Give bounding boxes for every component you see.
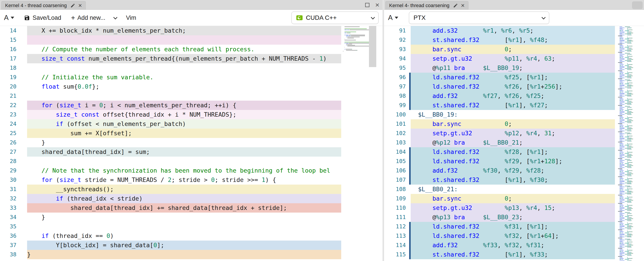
line-number[interactable]: 28 bbox=[0, 157, 16, 166]
assembly-editor[interactable]: 91 add.s32 %r1, %r6, %r5;92 st.shared.f3… bbox=[384, 26, 644, 261]
line-number[interactable]: 96 bbox=[384, 73, 406, 82]
line-number[interactable]: 91 bbox=[384, 26, 406, 35]
code-line[interactable]: 16 // Compute the number of elements eac… bbox=[0, 45, 382, 54]
line-number[interactable]: 112 bbox=[384, 222, 406, 231]
code-line[interactable]: 112 ld.shared.f32 %f31, [%r1]; bbox=[384, 222, 644, 231]
code-line[interactable]: 106 add.f32 %f30, %f29, %f28; bbox=[384, 166, 644, 175]
line-number[interactable]: 94 bbox=[384, 54, 406, 63]
code-line[interactable]: 36 if (thread_idx == 0) bbox=[0, 231, 382, 240]
line-number[interactable]: 27 bbox=[0, 147, 16, 157]
language-dropdown[interactable]: CUDA C++ bbox=[292, 12, 378, 24]
code-line[interactable]: 30 for (size_t stride = NUM_THREADS / 2;… bbox=[0, 175, 382, 185]
line-number[interactable]: 116 bbox=[384, 259, 406, 261]
line-number[interactable]: 109 bbox=[384, 194, 406, 203]
code-line[interactable]: 28 bbox=[0, 157, 382, 166]
window-control-box[interactable] bbox=[632, 1, 643, 9]
close-tab-icon[interactable]: × bbox=[461, 3, 465, 9]
line-number[interactable]: 16 bbox=[0, 45, 16, 54]
code-line[interactable]: 110 setp.gt.u32 %p13, %r4, 15; bbox=[384, 203, 644, 212]
code-line[interactable]: 116$L__BB0_23: bbox=[384, 259, 644, 261]
code-line[interactable]: 115 st.shared.f32 [%r1], %f33; bbox=[384, 250, 644, 259]
line-number[interactable]: 97 bbox=[384, 82, 406, 91]
close-tab-icon[interactable]: × bbox=[78, 3, 82, 9]
code-line[interactable]: 20 float sum{0.0f}; bbox=[0, 82, 382, 91]
code-line[interactable]: 26 } bbox=[0, 138, 382, 147]
code-line[interactable]: 31 __syncthreads(); bbox=[0, 185, 382, 194]
code-line[interactable]: 93 bar.sync 0; bbox=[384, 45, 644, 54]
line-number[interactable]: 32 bbox=[0, 194, 16, 203]
line-number[interactable]: 17 bbox=[0, 54, 16, 63]
code-line[interactable]: 37 Y[block_idx] = shared_data[0]; bbox=[0, 240, 382, 250]
line-number[interactable]: 30 bbox=[0, 175, 16, 185]
code-line[interactable]: 35 bbox=[0, 222, 382, 231]
code-line[interactable]: 101 bar.sync 0; bbox=[384, 119, 644, 129]
line-number[interactable]: 34 bbox=[0, 212, 16, 222]
code-line[interactable]: 27 shared_data[thread_idx] = sum; bbox=[0, 147, 382, 157]
line-number[interactable]: 107 bbox=[384, 175, 406, 185]
code-line[interactable]: 96 ld.shared.f32 %f25, [%r1]; bbox=[384, 73, 644, 82]
code-line[interactable]: 21 bbox=[0, 91, 382, 101]
source-tab[interactable]: Kernel 4 - thread coarsening × bbox=[1, 1, 86, 10]
font-size-button[interactable]: A bbox=[4, 14, 14, 22]
code-line[interactable]: 108$L__BB0_21: bbox=[384, 185, 644, 194]
line-number[interactable]: 101 bbox=[384, 119, 406, 129]
close-pane-icon[interactable]: × bbox=[375, 1, 380, 9]
line-number[interactable]: 15 bbox=[0, 35, 16, 45]
line-number[interactable]: 31 bbox=[0, 185, 16, 194]
line-number[interactable]: 99 bbox=[384, 101, 406, 110]
maximize-pane-icon[interactable] bbox=[365, 3, 370, 7]
line-number[interactable]: 20 bbox=[0, 82, 16, 91]
font-size-button[interactable]: A bbox=[388, 14, 398, 22]
code-line[interactable]: 22 for (size_t i = 0; i < num_elements_p… bbox=[0, 101, 382, 110]
code-line[interactable]: 34 } bbox=[0, 212, 382, 222]
code-line[interactable]: 15 bbox=[0, 35, 382, 45]
rename-icon[interactable] bbox=[70, 3, 75, 8]
code-line[interactable]: 95 @%p11 bra $L__BB0_19; bbox=[384, 63, 644, 73]
code-line[interactable]: 92 st.shared.f32 [%r1], %f48; bbox=[384, 35, 644, 45]
line-number[interactable]: 100 bbox=[384, 110, 406, 119]
line-number[interactable]: 29 bbox=[0, 166, 16, 175]
code-line[interactable]: 25 sum += X[offset]; bbox=[0, 129, 382, 138]
code-line[interactable]: 102 setp.gt.u32 %p12, %r4, 31; bbox=[384, 129, 644, 138]
line-number[interactable]: 24 bbox=[0, 119, 16, 129]
line-number[interactable]: 92 bbox=[384, 35, 406, 45]
code-line[interactable]: 91 add.s32 %r1, %r6, %r5; bbox=[384, 26, 644, 35]
line-number[interactable]: 38 bbox=[0, 250, 16, 259]
line-number[interactable]: 26 bbox=[0, 138, 16, 147]
line-number[interactable]: 104 bbox=[384, 147, 406, 157]
code-line[interactable]: 105 ld.shared.f32 %f29, [%r1+128]; bbox=[384, 157, 644, 166]
code-line[interactable]: 113 ld.shared.f32 %f32, [%r1+64]; bbox=[384, 231, 644, 240]
code-line[interactable]: 23 size_t const offset{thread_idx + i * … bbox=[0, 110, 382, 119]
line-number[interactable]: 102 bbox=[384, 129, 406, 138]
code-line[interactable]: 100$L__BB0_19: bbox=[384, 110, 644, 119]
line-number[interactable]: 108 bbox=[384, 185, 406, 194]
line-number[interactable]: 105 bbox=[384, 157, 406, 166]
line-number[interactable]: 37 bbox=[0, 240, 16, 250]
line-number[interactable]: 14 bbox=[0, 26, 16, 35]
code-line[interactable]: 14 X += block_idx * num_elements_per_bat… bbox=[0, 26, 382, 35]
line-number[interactable]: 95 bbox=[384, 63, 406, 73]
code-line[interactable]: 24 if (offset < num_elements_per_batch) bbox=[0, 119, 382, 129]
line-number[interactable]: 19 bbox=[0, 73, 16, 82]
code-line[interactable]: 17 size_t const num_elements_per_thread{… bbox=[0, 54, 382, 63]
code-line[interactable]: 29 // Note that the synchronization has … bbox=[0, 166, 382, 175]
code-line[interactable]: 98 add.f32 %f27, %f26, %f25; bbox=[384, 91, 644, 101]
line-number[interactable]: 98 bbox=[384, 91, 406, 101]
code-line[interactable]: 107 st.shared.f32 [%r1], %f30; bbox=[384, 175, 644, 185]
code-line[interactable]: 38} bbox=[0, 250, 382, 259]
code-line[interactable]: 103 @%p12 bra $L__BB0_21; bbox=[384, 138, 644, 147]
line-number[interactable]: 113 bbox=[384, 231, 406, 240]
line-number[interactable]: 33 bbox=[0, 203, 16, 212]
line-number[interactable]: 115 bbox=[384, 250, 406, 259]
pane-divider[interactable] bbox=[382, 0, 384, 261]
assembly-minimap[interactable] bbox=[618, 27, 644, 260]
line-number[interactable]: 36 bbox=[0, 231, 16, 240]
line-number[interactable]: 21 bbox=[0, 91, 16, 101]
code-line[interactable]: 111 @%p13 bra $L__BB0_23; bbox=[384, 212, 644, 222]
save-load-button[interactable]: Save/Load bbox=[24, 15, 61, 21]
source-minimap[interactable] bbox=[343, 27, 369, 260]
line-number[interactable]: 114 bbox=[384, 240, 406, 250]
format-dropdown[interactable]: PTX bbox=[409, 12, 549, 24]
code-line[interactable]: 99 st.shared.f32 [%r1], %f27; bbox=[384, 101, 644, 110]
code-line[interactable]: 32 if (thread_idx < stride) bbox=[0, 194, 382, 203]
